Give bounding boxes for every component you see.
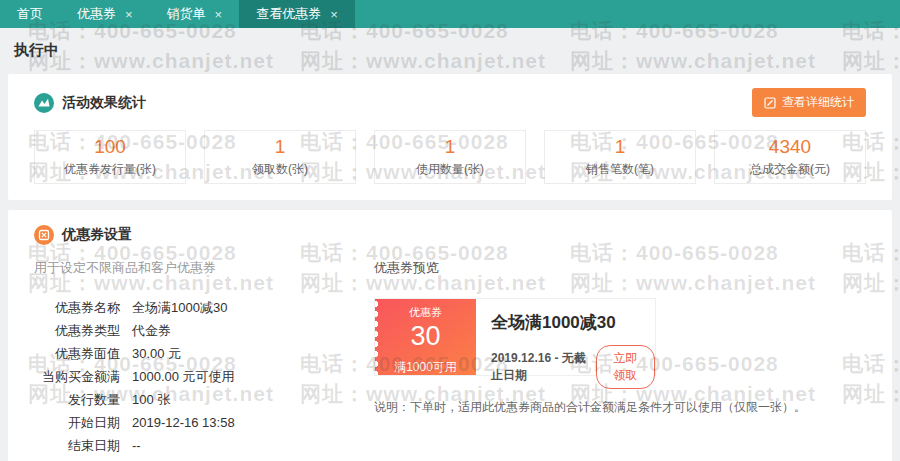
field-label: 优惠券名称 — [34, 301, 120, 314]
coupon-validity: 2019.12.16 - 无截止日期 — [491, 350, 588, 384]
field-value: 2019-12-16 13:58 — [132, 416, 235, 429]
usage-note: 说明：下单时，适用此优惠券商品的合计金额满足条件才可以使用（仅限一张）。 — [374, 399, 866, 416]
field-value: 30.00 元 — [132, 347, 181, 360]
tab-label: 查看优惠券 — [256, 5, 321, 23]
page-title: 执行中 — [14, 41, 900, 60]
stat-used: 1 使用数量(张) — [374, 130, 526, 184]
coupon-icon — [34, 225, 54, 245]
field-value: 代金券 — [132, 324, 171, 337]
coupon-form: 优惠券名称 全场满1000减30 优惠券类型 代金券 优惠券面值 30.00 元… — [34, 301, 374, 461]
coupon-preview-label: 优惠券预览 — [374, 259, 866, 277]
stat-issued: 100 优惠券发行量(张) — [34, 130, 186, 184]
claim-coupon-button[interactable]: 立即领取 — [596, 345, 655, 389]
stat-label: 销售笔数(笔) — [586, 161, 654, 178]
field-label: 优惠券类型 — [34, 324, 120, 337]
coupon-name: 全场满1000减30 — [491, 311, 655, 334]
coupon-scope-subtitle: 用于设定不限商品和客户优惠券 — [34, 259, 374, 277]
form-row-issue-qty: 发行数量 100 张 — [34, 393, 374, 406]
ticket-scallop-edge — [375, 299, 380, 375]
close-icon[interactable]: × — [330, 7, 338, 22]
stat-value: 1 — [615, 136, 626, 157]
form-row-type: 优惠券类型 代金券 — [34, 324, 374, 337]
tab-label: 首页 — [17, 5, 43, 23]
field-value: 1000.00 元可使用 — [132, 370, 235, 383]
tab-view-coupon[interactable]: 查看优惠券 × — [239, 0, 355, 28]
form-row-threshold: 当购买金额满 1000.00 元可使用 — [34, 370, 374, 383]
form-row-face-value: 优惠券面值 30.00 元 — [34, 347, 374, 360]
coupon-preview-box: 优惠券 30 满1000可用 全场满1000减30 2019.12.16 - 无… — [374, 298, 656, 376]
tab-coupon-list[interactable]: 优惠券 × — [60, 0, 150, 28]
field-value: -- — [132, 439, 141, 452]
section-title-stats: 活动效果统计 — [62, 94, 146, 112]
field-label: 开始日期 — [34, 416, 120, 429]
form-row-name: 优惠券名称 全场满1000减30 — [34, 301, 374, 314]
stats-row: 100 优惠券发行量(张) 1 领取数(张) 1 使用数量(张) 1 销售笔数(… — [34, 130, 866, 184]
stat-value: 4340 — [769, 136, 811, 157]
coupon-detail: 全场满1000减30 2019.12.16 - 无截止日期 立即领取 — [476, 299, 655, 375]
coupon-tag: 优惠券 — [409, 305, 442, 320]
field-label: 结束日期 — [34, 439, 120, 452]
stat-total-amount: 4340 总成交金额(元) — [714, 130, 866, 184]
coupon-settings-card: 优惠券设置 用于设定不限商品和客户优惠券 优惠券名称 全场满1000减30 优惠… — [8, 210, 892, 461]
tab-bar: 首页 优惠券 × 销货单 × 查看优惠券 × — [0, 0, 900, 28]
coupon-amount: 30 — [410, 321, 440, 351]
stat-label: 总成交金额(元) — [750, 161, 830, 178]
close-icon[interactable]: × — [125, 7, 133, 22]
edit-chart-icon — [764, 97, 776, 109]
chart-icon — [34, 93, 54, 113]
view-detail-stats-label: 查看详细统计 — [782, 94, 854, 111]
form-row-start-date: 开始日期 2019-12-16 13:58 — [34, 416, 374, 429]
coupon-ticket: 优惠券 30 满1000可用 — [375, 299, 476, 375]
activity-stats-card: 活动效果统计 查看详细统计 100 优惠券发行量(张) 1 领取数(张) 1 使… — [8, 74, 892, 200]
field-value: 全场满1000减30 — [132, 301, 227, 314]
stat-value: 1 — [275, 136, 286, 157]
stat-claimed: 1 领取数(张) — [204, 130, 356, 184]
tab-label: 销货单 — [167, 5, 206, 23]
tab-home[interactable]: 首页 — [0, 0, 60, 28]
view-detail-stats-button[interactable]: 查看详细统计 — [752, 88, 866, 117]
stat-value: 1 — [445, 136, 456, 157]
field-label: 当购买金额满 — [34, 370, 120, 383]
stat-label: 优惠券发行量(张) — [64, 161, 156, 178]
form-row-end-date: 结束日期 -- — [34, 439, 374, 452]
stat-label: 领取数(张) — [252, 161, 308, 178]
field-label: 发行数量 — [34, 393, 120, 406]
section-title-coupon: 优惠券设置 — [62, 226, 132, 244]
stat-label: 使用数量(张) — [416, 161, 484, 178]
tab-sales-order[interactable]: 销货单 × — [150, 0, 240, 28]
close-icon[interactable]: × — [215, 7, 223, 22]
field-value: 100 张 — [132, 393, 170, 406]
coupon-condition: 满1000可用 — [394, 359, 457, 376]
tab-label: 优惠券 — [77, 5, 116, 23]
field-label: 优惠券面值 — [34, 347, 120, 360]
stat-orders: 1 销售笔数(笔) — [544, 130, 696, 184]
stat-value: 100 — [94, 136, 126, 157]
